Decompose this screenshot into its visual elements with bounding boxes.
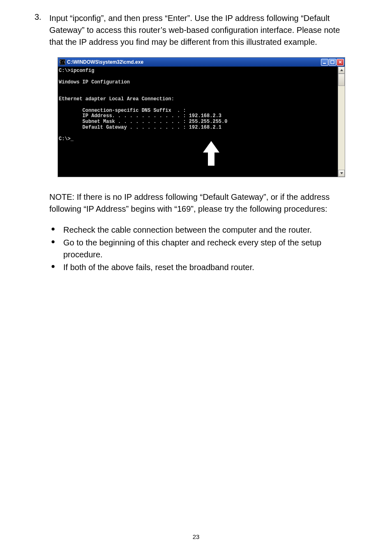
bullet-text: Go to the beginning of this chapter and …: [63, 237, 355, 261]
list-item: ● Recheck the cable connection between t…: [49, 224, 355, 236]
bullet-text: If both of the above fails, reset the br…: [63, 261, 355, 273]
window-title: C:\WINDOWS\system32\cmd.exe: [67, 59, 321, 65]
close-icon: [338, 60, 342, 64]
vertical-scrollbar[interactable]: [338, 67, 345, 177]
console-line: Default Gateway . . . . . . . . . : 192.…: [59, 125, 221, 130]
bullet-list: ● Recheck the cable connection between t…: [49, 224, 355, 273]
console-output: C:\>ipconfig Windows IP Configuration Et…: [58, 67, 345, 177]
chevron-up-icon: [340, 68, 344, 72]
scroll-down-button[interactable]: [338, 170, 345, 177]
bullet-icon: ●: [49, 261, 63, 273]
console-line: Connection-specific DNS Suffix . :: [59, 108, 186, 113]
maximize-icon: [330, 60, 334, 64]
pointer-arrow: [177, 134, 221, 176]
console-line: C:\>ipconfig: [59, 68, 94, 74]
maximize-button[interactable]: [329, 59, 336, 66]
minimize-icon: [323, 60, 327, 64]
scroll-thumb[interactable]: [338, 74, 345, 86]
step-text: Input “ipconfig”, and then press “Enter”…: [49, 12, 355, 48]
note-text: NOTE: If there is no IP address followin…: [49, 191, 355, 215]
console-line: Windows IP Configuration: [59, 79, 130, 85]
step-row: 3. Input “ipconfig”, and then press “Ent…: [29, 12, 355, 48]
bullet-text: Recheck the cable connection between the…: [63, 224, 355, 236]
scroll-up-button[interactable]: [338, 67, 345, 74]
step-number: 3.: [29, 12, 49, 48]
scroll-track[interactable]: [338, 74, 345, 170]
chevron-down-icon: [340, 171, 344, 175]
window-controls: [321, 59, 344, 66]
minimize-button[interactable]: [321, 59, 328, 66]
console-screenshot: C:\ C:\WINDOWS\system32\cmd.exe C:\>ipco…: [58, 57, 355, 177]
console-line: IP Address. . . . . . . . . . . . : 192.…: [59, 113, 221, 119]
bullet-icon: ●: [49, 224, 63, 236]
cmd-icon: C:\: [60, 59, 65, 65]
window-titlebar: C:\ C:\WINDOWS\system32\cmd.exe: [58, 58, 345, 67]
page-number: 23: [0, 533, 392, 540]
svg-rect-0: [323, 63, 326, 64]
cmd-window: C:\ C:\WINDOWS\system32\cmd.exe C:\>ipco…: [58, 57, 345, 177]
console-line: Subnet Mask . . . . . . . . . . . : 255.…: [59, 119, 227, 125]
close-button[interactable]: [337, 59, 344, 66]
list-item: ● If both of the above fails, reset the …: [49, 261, 355, 273]
up-arrow-icon: [201, 139, 221, 168]
bullet-icon: ●: [49, 237, 63, 261]
console-line: Ethernet adapter Local Area Connection:: [59, 96, 174, 102]
svg-rect-1: [331, 60, 334, 64]
console-line: C:\>_: [59, 136, 74, 142]
list-item: ● Go to the beginning of this chapter an…: [49, 237, 355, 261]
